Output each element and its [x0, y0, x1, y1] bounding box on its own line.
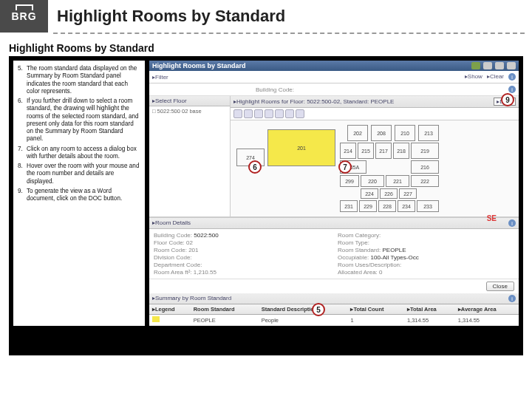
- room-201[interactable]: 201: [267, 129, 335, 166]
- callout-6: 6: [248, 160, 262, 174]
- room-208[interactable]: 208: [371, 125, 392, 141]
- clear-link[interactable]: ▸Clear: [487, 73, 504, 81]
- room-215[interactable]: 215: [358, 143, 374, 159]
- highlight-header-text: ▸Highlight Rooms for Floor: 5022:500-02,…: [233, 98, 394, 105]
- room-details-header: ▸Room Details i: [149, 218, 519, 229]
- room-231[interactable]: 231: [340, 200, 358, 212]
- help-icon[interactable]: i: [508, 295, 516, 302]
- pan-icon[interactable]: [265, 109, 273, 118]
- instruction-item: 6.If you further drill down to select a …: [18, 98, 140, 143]
- legend-swatch: [152, 316, 160, 322]
- help-icon[interactable]: i: [508, 86, 516, 93]
- filter-row: ▸Filter ▸Show ▸Clear i: [149, 71, 519, 83]
- section-title-text: Highlight Rooms by Standard: [152, 62, 246, 69]
- measure-icon[interactable]: [285, 109, 294, 118]
- app-screenshot: Highlight Rooms by Standard ▸Filter ▸Sho…: [149, 61, 519, 326]
- col-desc[interactable]: Standard Description: [259, 304, 348, 315]
- callout-se: SE: [487, 214, 497, 222]
- subtitle-bar: Highlight Rooms by Standard: [9, 40, 523, 56]
- app-section-title: Highlight Rooms by Standard: [149, 61, 519, 71]
- rd-occ-val: 100-All Types-Occ: [370, 254, 418, 261]
- room-224[interactable]: 224: [361, 188, 378, 199]
- content-panel: 5.The room standard data displayed on th…: [9, 56, 523, 355]
- brg-logo: BRG: [0, 0, 48, 33]
- floor-item[interactable]: □ 5022:500 02 base: [152, 108, 227, 115]
- select-floor-body: □ 5022:500 02 base: [149, 106, 230, 166]
- print-icon[interactable]: [483, 62, 492, 69]
- col-area[interactable]: ▸Total Area: [404, 304, 455, 315]
- rd-cat-label: Room Category:: [338, 232, 381, 239]
- table-row[interactable]: PEOPLE People 1 1,314.55 1,314.55: [149, 315, 519, 326]
- drawing-toolbar: [231, 108, 519, 120]
- email-icon[interactable]: [495, 62, 504, 69]
- zoom-in-icon[interactable]: [233, 109, 242, 118]
- help-icon[interactable]: i: [508, 73, 516, 81]
- highlight-pane: ▸Highlight Rooms for Floor: 5022:500-02,…: [231, 96, 519, 216]
- rd-uses-label: Room Uses/Description:: [338, 262, 401, 268]
- summary-title[interactable]: ▸Summary by Room Standard: [152, 295, 231, 302]
- room-213[interactable]: 213: [418, 125, 439, 141]
- room-details-title[interactable]: ▸Room Details: [152, 219, 191, 227]
- rd-std-label: Room Standard:: [338, 247, 381, 253]
- cell-count: 1: [347, 315, 403, 326]
- room-214[interactable]: 214: [340, 143, 356, 159]
- col-legend[interactable]: ▸Legend: [149, 304, 191, 315]
- zoom-out-icon[interactable]: [244, 109, 253, 118]
- summary-table: ▸Legend Room Standard Standard Descripti…: [149, 304, 519, 326]
- room-219b[interactable]: 299: [340, 175, 359, 187]
- building-row: Building Code: i: [149, 83, 519, 96]
- slide-header: BRG Highlight Rooms by Standard: [0, 0, 532, 33]
- layers-icon[interactable]: [296, 109, 304, 118]
- help-icon[interactable]: i: [508, 219, 516, 227]
- room-220[interactable]: 220: [361, 175, 384, 187]
- floorplan[interactable]: 201 274 202 208 210 213 214 215 217 218 …: [231, 120, 519, 216]
- filter-label[interactable]: ▸Filter: [152, 74, 168, 81]
- callout-5: 5: [312, 303, 325, 316]
- room-229[interactable]: 229: [359, 200, 377, 212]
- cell-area: 1,314.55: [404, 315, 455, 326]
- room-217[interactable]: 217: [375, 143, 392, 159]
- room-233[interactable]: 233: [417, 200, 439, 212]
- room-218[interactable]: 218: [393, 143, 409, 159]
- rd-occ-label: Occupiable:: [338, 254, 369, 261]
- cell-std: PEOPLE: [191, 315, 259, 326]
- room-216[interactable]: 216: [411, 160, 439, 174]
- rd-std-val: PEOPLE: [383, 247, 406, 253]
- rd-room-label: Room Code: 201: [154, 247, 198, 253]
- zoom-extents-icon[interactable]: [254, 109, 263, 118]
- rd-type-label: Room Type:: [338, 239, 369, 246]
- room-227[interactable]: 227: [399, 188, 417, 199]
- room-226[interactable]: 226: [380, 188, 398, 199]
- export-xls-icon[interactable]: [471, 62, 480, 69]
- rd-bldg-val: 5022:500: [194, 232, 218, 239]
- building-label: Building Code:: [256, 86, 294, 93]
- instruction-item: 7.Click on any room to access a dialog b…: [18, 146, 140, 161]
- highlight-header: ▸Highlight Rooms for Floor: 5022:500-02,…: [231, 96, 519, 108]
- rd-dept-label: Department Code:: [154, 262, 202, 268]
- room-221[interactable]: 221: [386, 175, 409, 187]
- room-210[interactable]: 210: [395, 125, 415, 141]
- rd-div-label: Division Code:: [154, 254, 192, 261]
- select-floor-header[interactable]: ▸Select Floor: [149, 96, 230, 106]
- room-details-panel: ▸Room Details i Building Code: 5022:500 …: [149, 217, 519, 293]
- show-link[interactable]: ▸Show: [465, 73, 482, 81]
- col-count[interactable]: ▸Total Count: [347, 304, 403, 315]
- room-202[interactable]: 202: [347, 125, 368, 141]
- room-222[interactable]: 222: [411, 175, 439, 187]
- col-avg[interactable]: ▸Average Area: [455, 304, 519, 315]
- room-details-grid: Building Code: 5022:500 Room Category: F…: [149, 229, 519, 279]
- select-icon[interactable]: [275, 109, 284, 118]
- instruction-item: 5.The room standard data displayed on th…: [18, 65, 140, 95]
- room-219[interactable]: 219: [411, 143, 439, 159]
- room-234[interactable]: 234: [398, 200, 415, 212]
- col-std[interactable]: Room Standard: [191, 304, 259, 315]
- instruction-item: 9.To generate the view as a Word documen…: [18, 188, 140, 203]
- floor-and-plan: ▸Select Floor □ 5022:500 02 base ▸Highli…: [149, 96, 519, 217]
- summary-header: ▸Summary by Room Standard i: [149, 293, 519, 304]
- close-button[interactable]: Close: [486, 282, 514, 291]
- callout-7: 7: [338, 160, 352, 174]
- rd-bldg-label: Building Code:: [154, 232, 192, 239]
- room-228[interactable]: 228: [378, 200, 396, 212]
- instructions-column: 5.The room standard data displayed on th…: [13, 61, 145, 326]
- help-section-icon[interactable]: [507, 62, 516, 69]
